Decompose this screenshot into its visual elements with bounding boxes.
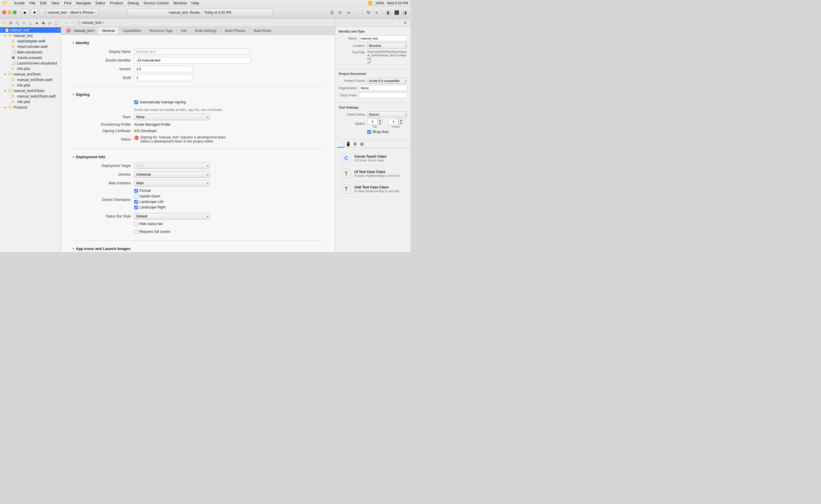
inspector-tab-device[interactable]: 📱 xyxy=(344,141,351,147)
sidebar-item-manual_test[interactable]: ▾ 📁 manual_test xyxy=(0,33,61,38)
tab-build-rules[interactable]: Build Rules xyxy=(249,28,276,34)
nav-forward-button[interactable]: ⇥ xyxy=(345,9,352,16)
bundle-id-input[interactable] xyxy=(134,57,250,64)
tab-resource-tags[interactable]: Resource Tags xyxy=(145,28,177,34)
status-bar-select[interactable]: Default xyxy=(134,213,210,219)
signing-header[interactable]: ▾ Signing xyxy=(73,92,323,97)
menu-help[interactable]: Help xyxy=(189,1,202,6)
indent-width-input[interactable] xyxy=(388,119,398,125)
inspector-tab-settings[interactable]: ⚙ xyxy=(351,141,358,147)
indent-width-down[interactable]: ▼ xyxy=(398,122,403,125)
sidebar-item-tests-group[interactable]: ▾ 📁 manual_testTests xyxy=(0,71,61,77)
assistant-editor-button[interactable]: ⧉ xyxy=(365,9,372,16)
tab-info[interactable]: Info xyxy=(177,28,191,34)
sidebar-report-icon[interactable]: 📋 xyxy=(54,20,59,26)
proj-format-select[interactable]: Xcode 8.0-compatible xyxy=(367,78,407,84)
menu-view[interactable]: View xyxy=(49,1,62,6)
landscape-right-checkbox[interactable] xyxy=(134,206,138,209)
inspect-reveal-link[interactable]: 🔗 xyxy=(367,61,371,64)
sidebar-item-main-storyboard[interactable]: ⬜ Main.storyboard xyxy=(0,49,61,55)
landscape-left-checkbox[interactable] xyxy=(134,200,138,204)
breadcrumb-left[interactable]: ‹ xyxy=(64,20,69,25)
menu-editor[interactable]: Editor xyxy=(93,1,108,6)
sidebar-breakpoint-icon[interactable]: ◷ xyxy=(47,20,52,26)
menu-find[interactable]: Find xyxy=(62,1,73,6)
org-input[interactable] xyxy=(359,85,407,91)
sidebar-source-icon[interactable]: ⊞ xyxy=(8,20,13,26)
deployment-header[interactable]: ▾ Deployment Info xyxy=(73,155,323,159)
indent-using-select[interactable]: Spaces xyxy=(367,111,407,117)
inspector-name-input[interactable] xyxy=(359,35,407,41)
tab-build-settings[interactable]: Build Settings xyxy=(191,28,221,34)
sidebar-item-tests-info[interactable]: ≡ Info.plist xyxy=(0,82,61,88)
standard-editor-button[interactable]: ⬜ xyxy=(357,9,364,16)
sidebar-item-launch-screen[interactable]: ⬜ LaunchScreen.storyboard xyxy=(0,60,61,66)
navigator-toggle[interactable]: ☰ xyxy=(328,9,335,16)
tab-capabilities[interactable]: Capabilities xyxy=(119,28,145,34)
requires-full-checkbox[interactable] xyxy=(134,230,138,234)
wrap-lines-checkbox[interactable] xyxy=(367,130,371,134)
breadcrumb-right[interactable]: › xyxy=(70,20,76,25)
main-interface-select[interactable]: Main xyxy=(134,180,210,186)
stop-button[interactable]: ■ xyxy=(31,9,38,16)
inspector-file-icon-btn[interactable]: 📄 xyxy=(393,19,400,26)
left-panel-toggle[interactable]: ◧ xyxy=(385,9,392,16)
run-button[interactable]: ▶ xyxy=(21,9,29,16)
sidebar-item-ui-tests-group[interactable]: ▾ 📁 manual_testUITests xyxy=(0,88,61,93)
tab-build-phases[interactable]: Build Phases xyxy=(221,28,249,34)
sidebar-test-icon[interactable]: ◈ xyxy=(34,20,39,26)
apple-menu[interactable]: 📁 xyxy=(2,0,8,6)
auto-signing-checkbox[interactable] xyxy=(134,100,138,104)
menu-edit[interactable]: Edit xyxy=(38,1,49,6)
sidebar-symbol-icon[interactable]: 🔍 xyxy=(15,20,20,26)
target-name[interactable]: manual_test ▾ xyxy=(74,29,95,33)
scheme-selector[interactable]: 📋 manual_test › blesiv's iPhone ▾ xyxy=(40,9,98,16)
sidebar-nav-icon[interactable]: 📁 xyxy=(2,20,7,26)
tab-width-up[interactable]: ▲ xyxy=(378,119,382,122)
menu-navigate[interactable]: Navigate xyxy=(73,1,93,6)
sidebar-item-view-controller[interactable]: S ViewController.swift xyxy=(0,44,61,49)
inspector-tab-other[interactable]: ⊞ xyxy=(358,141,365,147)
tab-general[interactable]: General xyxy=(98,28,119,34)
menu-window[interactable]: Window xyxy=(171,1,189,6)
sidebar-item-ui-tests-swift[interactable]: S manual_testUITests.swift xyxy=(0,93,61,99)
sidebar-item-products[interactable]: ▸ 📁 Products xyxy=(0,105,61,110)
build-input[interactable] xyxy=(134,75,192,81)
sidebar-find-icon[interactable]: ⬡ xyxy=(21,20,26,26)
tab-width-input[interactable] xyxy=(367,119,378,125)
sidebar-item-app-delegate[interactable]: S AppDelegate.swift xyxy=(0,38,61,44)
inspector-location-select[interactable]: Absolute xyxy=(367,43,407,48)
close-button[interactable] xyxy=(2,10,6,14)
maximize-button[interactable] xyxy=(13,10,17,14)
right-panel-toggle[interactable]: ◨ xyxy=(401,9,408,16)
sidebar-item-tests-swift[interactable]: S manual_testTests.swift xyxy=(0,77,61,82)
hide-status-checkbox[interactable] xyxy=(134,222,138,226)
bottom-panel-toggle[interactable]: ⬛ xyxy=(393,9,400,16)
inspector-help-icon-btn[interactable]: ℹ xyxy=(402,19,408,26)
menu-xcode[interactable]: Xcode xyxy=(12,1,27,6)
sidebar-item-info-plist[interactable]: ≡ Info.plist xyxy=(0,66,61,71)
menu-debug[interactable]: Debug xyxy=(125,1,141,6)
sidebar-debug-icon[interactable]: ◉ xyxy=(41,20,46,26)
sidebar-issue-icon[interactable]: △ xyxy=(28,20,33,26)
sidebar-item-project[interactable]: ▾ 📋 manual_test M xyxy=(0,27,61,33)
menu-file[interactable]: File xyxy=(27,1,38,6)
template-unit-test[interactable]: T Unit Test Case Class A class implement… xyxy=(338,181,407,197)
refresh-button[interactable]: ↻ xyxy=(337,9,344,16)
sidebar-item-ui-info[interactable]: ≡ Info.plist xyxy=(0,99,61,105)
team-select[interactable]: None xyxy=(134,114,210,120)
minimize-button[interactable] xyxy=(8,10,11,14)
template-ui-test[interactable]: T UI Test Case Class A class implementin… xyxy=(338,166,407,181)
class-prefix-input[interactable] xyxy=(359,92,407,98)
menu-product[interactable]: Product xyxy=(108,1,125,6)
indent-width-up[interactable]: ▲ xyxy=(398,119,403,122)
app-icons-header[interactable]: ▾ App Icons and Launch Images xyxy=(73,246,323,251)
sidebar-item-assets[interactable]: ⬟ Assets.xcassets xyxy=(0,55,61,60)
deployment-target-select[interactable]: 11.2 xyxy=(134,163,210,169)
devices-select[interactable]: Universal xyxy=(134,171,210,178)
upside-down-checkbox[interactable] xyxy=(134,195,138,198)
version-input[interactable] xyxy=(134,66,192,72)
inspector-tab-file[interactable]: 📄 xyxy=(337,141,344,147)
template-cocoa-touch[interactable]: C Cocoa Touch Class A Cocoa Touch class xyxy=(338,151,407,166)
version-editor-button[interactable]: ≡ xyxy=(373,9,380,16)
